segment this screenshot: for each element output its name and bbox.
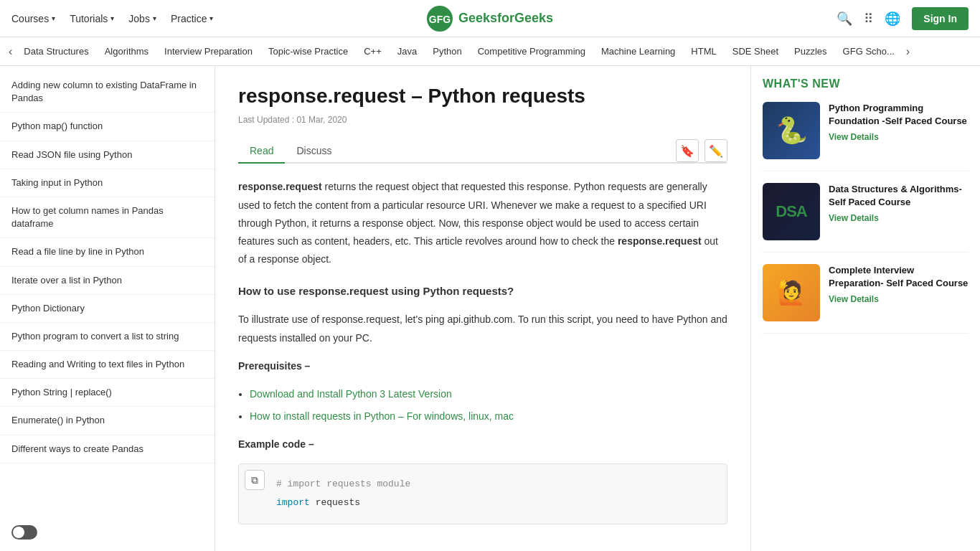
sub-nav: ‹ Data Structures Algorithms Interview P… — [0, 37, 980, 66]
sidebar-item-pandas-new-col[interactable]: Adding new column to existing DataFrame … — [0, 72, 215, 113]
sub-nav-data-structures[interactable]: Data Structures — [17, 37, 95, 65]
interview-logo-icon: 🙋 — [777, 279, 806, 306]
code-block: ⧉ # import requests module import reques… — [238, 463, 727, 524]
prerequisites-list: Download and Install Python 3 Latest Ver… — [250, 385, 727, 425]
sub-nav-competitive[interactable]: Competitive Programming — [471, 37, 593, 65]
course-title-python: Python Programming Foundation -Self Pace… — [829, 102, 969, 128]
section-heading: How to use response.request using Python… — [238, 281, 727, 301]
course-title-dsa: Data Structures & Algorithms- Self Paced… — [829, 183, 969, 209]
header-nav: Courses ▾ Tutorials ▾ Jobs ▾ Practice ▾ — [11, 13, 213, 24]
tab-actions: 🔖 ✏️ — [676, 139, 727, 162]
article-body: response.request returns the request obj… — [238, 178, 727, 524]
course-info-dsa: Data Structures & Algorithms- Self Paced… — [829, 183, 969, 240]
tabs-bar: Read Discuss 🔖 ✏️ — [238, 139, 727, 164]
section-text: To illustrate use of response.request, l… — [238, 311, 727, 347]
sub-nav-html[interactable]: HTML — [684, 37, 723, 65]
apps-button[interactable]: ⠿ — [864, 11, 873, 27]
sidebar-item-create-pandas[interactable]: Different ways to create Pandas — [0, 435, 215, 463]
course-thumb-python: 🐍 — [763, 102, 820, 159]
sub-nav-interview-prep[interactable]: Interview Preparation — [157, 37, 260, 65]
sub-nav-left-arrow[interactable]: ‹ — [6, 45, 15, 58]
sidebar: Adding new column to existing DataFrame … — [0, 66, 215, 551]
logo-icon: GFG — [427, 6, 453, 32]
article-title: response.request – Python requests — [238, 83, 727, 109]
copy-code-button[interactable]: ⧉ — [245, 470, 265, 490]
sidebar-item-read-json[interactable]: Read JSON file using Python — [0, 141, 215, 169]
search-button[interactable]: 🔍 — [837, 11, 852, 27]
article-last-updated: Last Updated : 01 Mar, 2020 — [238, 115, 727, 125]
sub-nav-algorithms[interactable]: Algorithms — [98, 37, 156, 65]
edit-button[interactable]: ✏️ — [705, 139, 727, 162]
tutorials-nav[interactable]: Tutorials ▾ — [70, 13, 114, 24]
tutorials-chevron: ▾ — [110, 14, 114, 22]
sign-in-button[interactable]: Sign In — [912, 7, 969, 30]
course-thumb-dsa: DSA — [763, 183, 820, 240]
sidebar-item-read-write-files[interactable]: Reading and Writing to text files in Pyt… — [0, 351, 215, 379]
whats-new-title: WHAT'S NEW — [763, 77, 969, 90]
courses-label: Courses — [11, 13, 49, 24]
sub-nav-python[interactable]: Python — [425, 37, 468, 65]
practice-chevron: ▾ — [209, 14, 213, 22]
header: Courses ▾ Tutorials ▾ Jobs ▾ Practice ▾ … — [0, 0, 980, 37]
prereq-link-2[interactable]: How to install requests in Python – For … — [250, 410, 514, 422]
code-line-1: # import requests module — [276, 476, 715, 492]
sidebar-item-read-file[interactable]: Read a file line by line in Python — [0, 238, 215, 266]
import-keyword: import — [276, 497, 310, 508]
svg-text:GFG: GFG — [429, 13, 451, 24]
intro-bold-1: response.request — [238, 181, 322, 192]
code-content: # import requests module import requests — [250, 476, 715, 511]
sidebar-item-python-dict[interactable]: Python Dictionary — [0, 295, 215, 323]
sub-nav-cpp[interactable]: C++ — [357, 37, 389, 65]
sidebar-item-col-names[interactable]: How to get column names in Pandas datafr… — [0, 197, 215, 238]
sidebar-item-taking-input[interactable]: Taking input in Python — [0, 169, 215, 197]
jobs-nav[interactable]: Jobs ▾ — [128, 13, 156, 24]
jobs-label: Jobs — [128, 13, 150, 24]
courses-nav[interactable]: Courses ▾ — [11, 13, 55, 24]
view-details-interview[interactable]: View Details — [829, 294, 969, 304]
sub-nav-puzzles[interactable]: Puzzles — [787, 37, 834, 65]
article-intro: response.request returns the request obj… — [238, 178, 727, 268]
python-logo-icon: 🐍 — [776, 116, 808, 146]
course-card-dsa: DSA Data Structures & Algorithms- Self P… — [763, 183, 969, 253]
dark-mode-toggle[interactable] — [11, 525, 37, 540]
right-sidebar: WHAT'S NEW 🐍 Python Programming Foundati… — [750, 66, 980, 551]
practice-nav[interactable]: Practice ▾ — [171, 13, 214, 24]
course-title-interview: Complete Interview Preparation- Self Pac… — [829, 264, 969, 290]
bookmark-button[interactable]: 🔖 — [676, 139, 699, 162]
code-line-2: import requests — [276, 494, 715, 511]
sub-nav-java[interactable]: Java — [390, 37, 424, 65]
course-info-python: Python Programming Foundation -Self Pace… — [829, 102, 969, 159]
header-actions: 🔍 ⠿ 🌐 Sign In — [837, 7, 969, 30]
jobs-chevron: ▾ — [153, 14, 156, 22]
main-layout: Adding new column to existing DataFrame … — [0, 66, 980, 551]
sub-nav-right-arrow[interactable]: › — [903, 45, 913, 58]
sidebar-item-enumerate[interactable]: Enumerate() in Python — [0, 407, 215, 435]
translate-button[interactable]: 🌐 — [885, 11, 900, 27]
course-thumb-interview: 🙋 — [763, 264, 820, 321]
logo-text: GeeksforGeeks — [458, 11, 553, 26]
logo[interactable]: GFG GeeksforGeeks — [427, 6, 553, 32]
sub-nav-ml[interactable]: Machine Learning — [594, 37, 682, 65]
import-module: requests — [316, 497, 360, 508]
courses-chevron: ▾ — [52, 14, 55, 22]
example-label: Example code – — [238, 435, 727, 453]
sidebar-item-convert-list[interactable]: Python program to convert a list to stri… — [0, 323, 215, 351]
course-card-python: 🐍 Python Programming Foundation -Self Pa… — [763, 102, 969, 171]
article-area: response.request – Python requests Last … — [215, 66, 750, 551]
list-item: Download and Install Python 3 Latest Ver… — [250, 385, 727, 403]
sub-nav-topic-wise[interactable]: Topic-wise Practice — [261, 37, 355, 65]
view-details-python[interactable]: View Details — [829, 132, 969, 142]
prereq-link-1[interactable]: Download and Install Python 3 Latest Ver… — [250, 388, 452, 400]
sidebar-item-iterate-list[interactable]: Iterate over a list in Python — [0, 267, 215, 295]
sub-nav-sde[interactable]: SDE Sheet — [725, 37, 786, 65]
tabs: Read Discuss — [238, 139, 343, 162]
tab-read[interactable]: Read — [238, 139, 285, 164]
course-info-interview: Complete Interview Preparation- Self Pac… — [829, 264, 969, 321]
view-details-dsa[interactable]: View Details — [829, 213, 969, 223]
practice-label: Practice — [171, 13, 207, 24]
sub-nav-gfg-school[interactable]: GFG Scho... — [836, 37, 902, 65]
sidebar-item-string-replace[interactable]: Python String | replace() — [0, 379, 215, 407]
prerequisites-label: Prerequisites – — [238, 357, 727, 375]
sidebar-item-map-func[interactable]: Python map() function — [0, 113, 215, 141]
tab-discuss[interactable]: Discuss — [285, 139, 343, 164]
